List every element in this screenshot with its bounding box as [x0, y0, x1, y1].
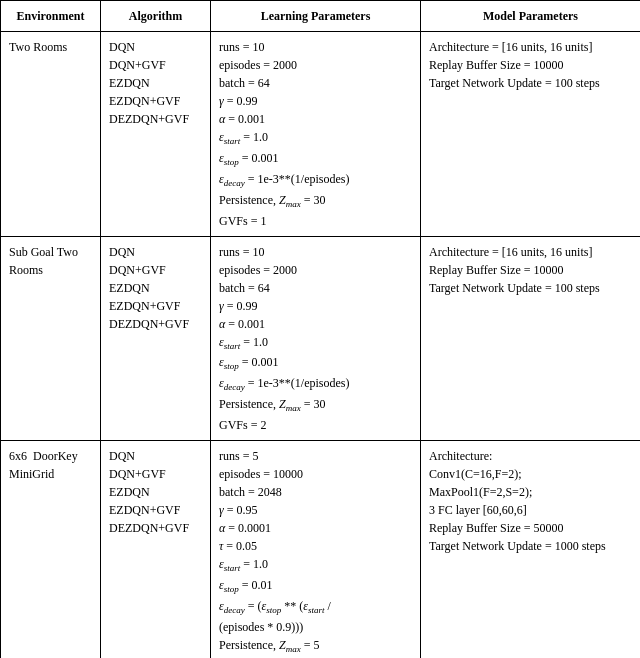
param-eps-stop: εstop = 0.001	[219, 149, 412, 170]
param-runs: runs = 10	[219, 38, 412, 56]
param-batch: batch = 2048	[219, 483, 412, 501]
alg-ezdqn-gvf: EZDQN+GVF	[109, 297, 202, 315]
param-eps-decay: εdecay = 1e-3**(1/episodes)	[219, 170, 412, 191]
alg-dqn-gvf: DQN+GVF	[109, 465, 202, 483]
model-replay: Replay Buffer Size = 10000	[429, 56, 632, 74]
param-gamma: γ = 0.95	[219, 501, 412, 519]
param-episodes: episodes = 2000	[219, 261, 412, 279]
model-cell: Architecture = [16 units, 16 units] Repl…	[421, 32, 641, 237]
header-alg: Algorithm	[101, 1, 211, 32]
alg-dezdqn-gvf: DEZDQN+GVF	[109, 315, 202, 333]
param-eps-decay: εdecay = (εstop ** (εstart /	[219, 597, 412, 618]
param-alpha: α = 0.001	[219, 110, 412, 128]
param-eps-stop: εstop = 0.01	[219, 576, 412, 597]
alg-ezdqn-gvf: EZDQN+GVF	[109, 92, 202, 110]
model-arch: Architecture = [16 units, 16 units]	[429, 38, 632, 56]
param-batch: batch = 64	[219, 279, 412, 297]
env-cell: Two Rooms	[1, 32, 101, 237]
model-arch-label: Architecture:	[429, 447, 632, 465]
model-replay: Replay Buffer Size = 10000	[429, 261, 632, 279]
param-gvfs: GVFs = 1	[219, 212, 412, 230]
param-gamma: γ = 0.99	[219, 92, 412, 110]
alg-dqn-gvf: DQN+GVF	[109, 261, 202, 279]
params-table: Environment Algorithm Learning Parameter…	[0, 0, 640, 658]
param-eps-decay2: (episodes * 0.9)))	[219, 618, 412, 636]
param-gvfs: GVFs = 2	[219, 416, 412, 434]
alg-dqn: DQN	[109, 243, 202, 261]
alg-ezdqn: EZDQN	[109, 279, 202, 297]
param-eps-start: εstart = 1.0	[219, 555, 412, 576]
alg-dezdqn-gvf: DEZDQN+GVF	[109, 519, 202, 537]
param-runs: runs = 5	[219, 447, 412, 465]
env-cell: Sub Goal Two Rooms	[1, 236, 101, 441]
model-fc: 3 FC layer [60,60,6]	[429, 501, 632, 519]
model-cell: Architecture: Conv1(C=16,F=2); MaxPool1(…	[421, 441, 641, 658]
param-eps-start: εstart = 1.0	[219, 333, 412, 354]
alg-dezdqn-gvf: DEZDQN+GVF	[109, 110, 202, 128]
model-target: Target Network Update = 1000 steps	[429, 537, 632, 555]
param-runs: runs = 10	[219, 243, 412, 261]
table-row: Two Rooms DQN DQN+GVF EZDQN EZDQN+GVF DE…	[1, 32, 641, 237]
alg-dqn-gvf: DQN+GVF	[109, 56, 202, 74]
header-model: Model Parameters	[421, 1, 641, 32]
param-eps-start: εstart = 1.0	[219, 128, 412, 149]
alg-cell: DQN DQN+GVF EZDQN EZDQN+GVF DEZDQN+GVF	[101, 236, 211, 441]
alg-dqn: DQN	[109, 38, 202, 56]
model-arch: Architecture = [16 units, 16 units]	[429, 243, 632, 261]
model-maxpool1: MaxPool1(F=2,S=2);	[429, 483, 632, 501]
model-target: Target Network Update = 100 steps	[429, 279, 632, 297]
alg-cell: DQN DQN+GVF EZDQN EZDQN+GVF DEZDQN+GVF	[101, 441, 211, 658]
param-episodes: episodes = 2000	[219, 56, 412, 74]
param-eps-stop: εstop = 0.001	[219, 353, 412, 374]
param-alpha: α = 0.001	[219, 315, 412, 333]
param-tau: τ = 0.05	[219, 537, 412, 555]
model-target: Target Network Update = 100 steps	[429, 74, 632, 92]
header-learn: Learning Parameters	[211, 1, 421, 32]
param-alpha: α = 0.0001	[219, 519, 412, 537]
table-row: Sub Goal Two Rooms DQN DQN+GVF EZDQN EZD…	[1, 236, 641, 441]
param-episodes: episodes = 10000	[219, 465, 412, 483]
learn-cell: runs = 10 episodes = 2000 batch = 64 γ =…	[211, 236, 421, 441]
learn-cell: runs = 5 episodes = 10000 batch = 2048 γ…	[211, 441, 421, 658]
param-batch: batch = 64	[219, 74, 412, 92]
model-replay: Replay Buffer Size = 50000	[429, 519, 632, 537]
alg-dqn: DQN	[109, 447, 202, 465]
param-persistence: Persistence, Zmax = 30	[219, 395, 412, 416]
model-cell: Architecture = [16 units, 16 units] Repl…	[421, 236, 641, 441]
alg-cell: DQN DQN+GVF EZDQN EZDQN+GVF DEZDQN+GVF	[101, 32, 211, 237]
alg-ezdqn-gvf: EZDQN+GVF	[109, 501, 202, 519]
table-row: 6x6 DoorKey MiniGrid DQN DQN+GVF EZDQN E…	[1, 441, 641, 658]
env-cell: 6x6 DoorKey MiniGrid	[1, 441, 101, 658]
alg-ezdqn: EZDQN	[109, 483, 202, 501]
param-persistence: Persistence, Zmax = 5	[219, 636, 412, 657]
model-conv1: Conv1(C=16,F=2);	[429, 465, 632, 483]
param-persistence: Persistence, Zmax = 30	[219, 191, 412, 212]
param-eps-decay: εdecay = 1e-3**(1/episodes)	[219, 374, 412, 395]
param-gamma: γ = 0.99	[219, 297, 412, 315]
header-env: Environment	[1, 1, 101, 32]
learn-cell: runs = 10 episodes = 2000 batch = 64 γ =…	[211, 32, 421, 237]
alg-ezdqn: EZDQN	[109, 74, 202, 92]
